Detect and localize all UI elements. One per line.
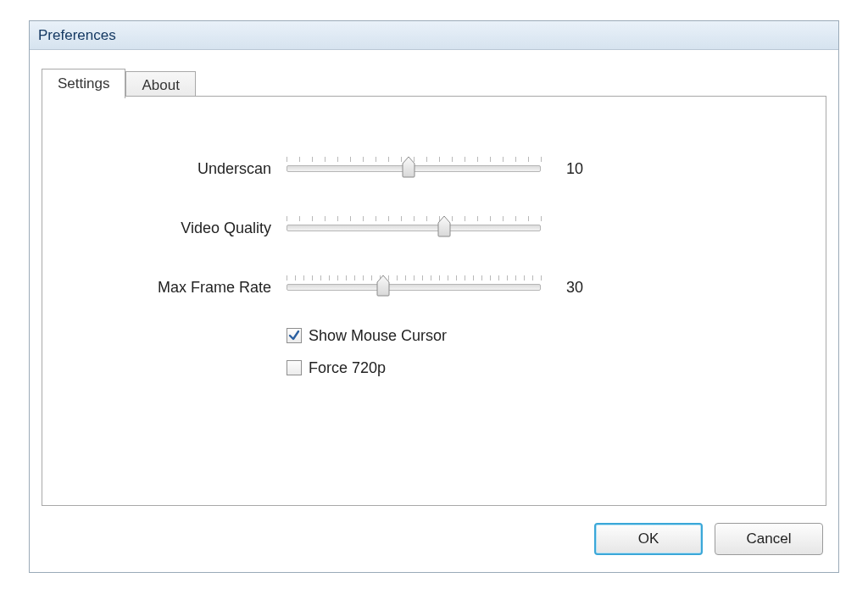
row-max-frame-rate: Max Frame Rate 30 bbox=[93, 258, 775, 317]
slider-thumb[interactable] bbox=[402, 156, 415, 178]
video-quality-label: Video Quality bbox=[93, 219, 287, 237]
cancel-button-label: Cancel bbox=[747, 531, 792, 547]
max-frame-rate-slider[interactable] bbox=[287, 284, 541, 291]
slider-thumb[interactable] bbox=[437, 215, 451, 237]
dialog-buttons: OK Cancel bbox=[594, 523, 823, 555]
tab-settings[interactable]: Settings bbox=[42, 69, 125, 98]
slider-track bbox=[287, 165, 541, 172]
max-frame-rate-label: Max Frame Rate bbox=[93, 279, 287, 297]
slider-ticks bbox=[287, 216, 541, 223]
video-quality-slider[interactable] bbox=[287, 225, 541, 231]
row-video-quality: Video Quality bbox=[93, 198, 775, 258]
cancel-button[interactable]: Cancel bbox=[715, 523, 823, 555]
slider-thumb[interactable] bbox=[376, 275, 390, 297]
preferences-dialog: Preferences Settings About Underscan bbox=[29, 20, 839, 573]
ok-button-label: OK bbox=[638, 531, 659, 547]
row-underscan: Underscan 10 bbox=[93, 139, 775, 198]
underscan-slider[interactable] bbox=[287, 165, 541, 172]
tabstrip: Settings About bbox=[42, 67, 196, 97]
underscan-label: Underscan bbox=[93, 160, 287, 178]
force-720p-checkbox[interactable] bbox=[287, 360, 302, 375]
settings-form: Underscan 10 Video Quality bbox=[93, 139, 775, 381]
show-mouse-cursor-checkbox[interactable] bbox=[287, 328, 302, 343]
underscan-value: 10 bbox=[541, 160, 617, 178]
tab-settings-label: Settings bbox=[58, 75, 109, 92]
slider-track bbox=[287, 225, 541, 231]
max-frame-rate-value: 30 bbox=[541, 279, 617, 297]
slider-ticks bbox=[287, 275, 541, 282]
show-mouse-cursor-label: Show Mouse Cursor bbox=[309, 327, 447, 345]
force-720p-label: Force 720p bbox=[309, 359, 386, 377]
window-title: Preferences bbox=[38, 27, 116, 44]
tabpanel-settings: Underscan 10 Video Quality bbox=[42, 96, 826, 506]
row-force-720p: Force 720p bbox=[287, 354, 775, 381]
ok-button[interactable]: OK bbox=[594, 523, 703, 555]
client-area: Settings About Underscan bbox=[30, 50, 838, 572]
checkmark-icon bbox=[288, 330, 300, 342]
titlebar: Preferences bbox=[30, 21, 838, 50]
slider-track bbox=[287, 284, 541, 291]
row-show-mouse-cursor: Show Mouse Cursor bbox=[287, 322, 775, 349]
tab-about-label: About bbox=[142, 77, 179, 93]
